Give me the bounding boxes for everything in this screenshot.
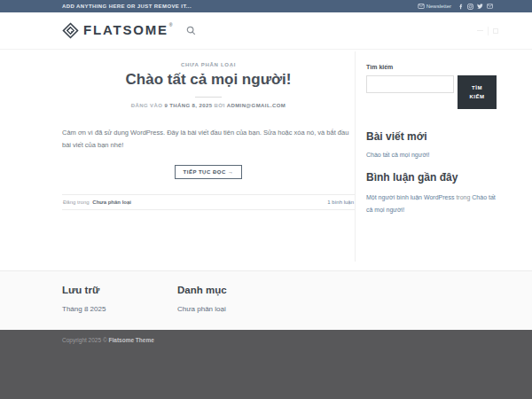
copyright-bar: Copyright 2025 © Flatsome Theme: [0, 330, 532, 399]
newsletter-link[interactable]: Newsletter: [418, 4, 451, 9]
social-icons: [458, 4, 493, 10]
envelope-icon: [418, 4, 425, 9]
meta-prefix: ĐĂNG VÀO: [131, 103, 163, 108]
newsletter-label: Newsletter: [426, 4, 451, 9]
recent-comments-title: Bình luận gần đây: [366, 171, 497, 184]
topbar-message: ADD ANYTHING HERE OR JUST REMOVE IT...: [62, 4, 192, 9]
cart-icon[interactable]: [493, 28, 498, 34]
instagram-icon[interactable]: [467, 4, 473, 10]
posted-in-label: Đăng trong: [63, 200, 90, 205]
main-content: CHƯA PHÂN LOẠI Chào tất cả mọi người! ĐĂ…: [0, 50, 532, 270]
post-footer-meta: Đăng trong Chưa phân loại 1 bình luận: [62, 194, 355, 210]
search-icon[interactable]: [186, 26, 196, 35]
meta-date: 9 THÁNG 8, 2025: [164, 103, 212, 108]
archive-month-link[interactable]: Tháng 8 2025: [62, 305, 177, 313]
comments-count-link[interactable]: 1 bình luận: [327, 200, 354, 205]
search-widget: TÌM KIẾM: [366, 75, 497, 109]
comment-author-link[interactable]: Một người bình luận WordPress: [366, 194, 454, 200]
post-category-link[interactable]: CHƯA PHÂN LOẠI: [62, 62, 355, 67]
title-divider: [195, 97, 222, 98]
header-divider: [488, 27, 489, 35]
page: ADD ANYTHING HERE OR JUST REMOVE IT... N…: [0, 0, 532, 399]
recent-post-link[interactable]: Chào tất cả mọi người!: [366, 152, 497, 158]
search-input[interactable]: [366, 75, 454, 93]
recent-posts-title: Bài viết mới: [366, 130, 497, 144]
footer-category-link[interactable]: Chưa phân loại: [177, 305, 293, 313]
recent-posts-widget: Bài viết mới Chào tất cả mọi người!: [366, 130, 497, 158]
post-meta: ĐĂNG VÀO 9 THÁNG 8, 2025 BỞI ADMIN@GMAIL…: [62, 103, 355, 108]
flatsome-logo[interactable]: FLATSOME ®: [62, 22, 172, 39]
archives-widget: Lưu trữ Tháng 8 2025: [62, 285, 177, 330]
topbar-right: Newsletter: [418, 4, 493, 10]
footer-widgets: Lưu trữ Tháng 8 2025 Danh mục Chưa phân …: [0, 270, 532, 330]
post-title[interactable]: Chào tất cả mọi người!: [62, 71, 355, 89]
posted-in: Đăng trong Chưa phân loại: [63, 200, 131, 205]
logo-text: FLATSOME: [83, 22, 168, 38]
twitter-icon[interactable]: [477, 4, 483, 9]
header-right-area: [477, 27, 498, 35]
cart-price-placeholder: [477, 30, 483, 32]
search-submit-button[interactable]: TÌM KIẾM: [458, 75, 497, 109]
meta-by-label: BỞI: [215, 103, 225, 108]
sidebar: Tìm kiếm TÌM KIẾM Bài viết mới Chào tất …: [355, 51, 497, 262]
post-excerpt: Cảm ơn vì đã sử dụng WordPress. Đây là b…: [62, 127, 355, 152]
categories-title: Danh mục: [177, 285, 293, 295]
site-header: FLATSOME ®: [0, 12, 532, 50]
readmore-wrap: TIẾP TỤC ĐỌC →: [62, 161, 355, 179]
categories-widget: Danh mục Chưa phân loại: [177, 285, 293, 330]
logo-registered-mark: ®: [169, 22, 173, 27]
recent-comments-widget: Bình luận gần đây Một người bình luận Wo…: [366, 171, 497, 217]
comment-in-label: trong: [456, 194, 470, 200]
copyright-brand: Flatsome Theme: [109, 337, 154, 343]
search-widget-label: Tìm kiếm: [366, 64, 497, 70]
meta-author-link[interactable]: ADMIN@GMAIL.COM: [227, 103, 286, 108]
archives-title: Lưu trữ: [62, 285, 177, 295]
topbar: ADD ANYTHING HERE OR JUST REMOVE IT... N…: [0, 0, 532, 12]
facebook-icon[interactable]: [458, 4, 464, 10]
copyright-prefix: Copyright 2025 ©: [62, 337, 107, 343]
read-more-button[interactable]: TIẾP TỤC ĐỌC →: [175, 165, 243, 179]
logo-diamond-icon: [62, 22, 79, 39]
email-icon[interactable]: [487, 4, 493, 9]
posted-in-category-link[interactable]: Chưa phân loại: [92, 200, 131, 205]
post-article: CHƯA PHÂN LOẠI Chào tất cả mọi người! ĐĂ…: [62, 50, 355, 270]
recent-comment-item: Một người bình luận WordPress trong Chào…: [366, 192, 497, 217]
